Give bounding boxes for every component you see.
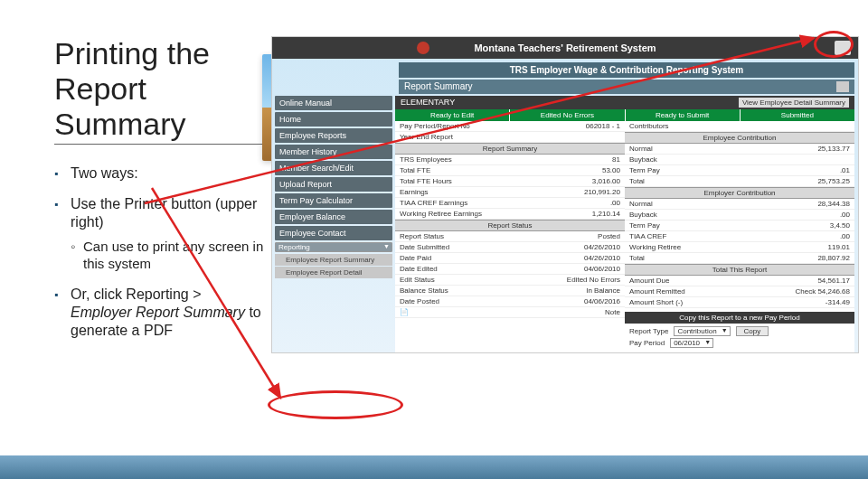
report-status-hdr: Report Status xyxy=(395,220,625,231)
nav-employee-contact[interactable]: Employee Contact xyxy=(275,226,392,240)
total-report-hdr: Total This Report xyxy=(625,264,854,276)
slide-footer-bar xyxy=(0,455,868,479)
nav-upload-report[interactable]: Upload Report xyxy=(275,177,392,192)
bullet-2: Use the Printer button (upper right) Can… xyxy=(54,195,264,273)
tab-ready-submit[interactable]: Ready to Submit xyxy=(626,109,741,121)
bullet-3: Or, click Reporting > Employer Report Su… xyxy=(54,286,264,340)
tab-ready-edit[interactable]: Ready to Edit xyxy=(395,109,510,121)
printer-icon[interactable] xyxy=(835,41,851,55)
nav-sub-report-summary[interactable]: Employee Report Summary xyxy=(275,254,392,266)
nav-home[interactable]: Home xyxy=(275,112,392,127)
copy-report-header: Copy this Report to a new Pay Period xyxy=(625,312,854,324)
page-heading-bar: Report Summary xyxy=(399,80,854,94)
note-icon[interactable]: 📄 xyxy=(400,308,409,316)
pay-period-select[interactable]: 06/2010 xyxy=(670,338,713,348)
app-subtitle: TRS Employer Wage & Contribution Reporti… xyxy=(399,62,854,78)
nav-employer-balance[interactable]: Employer Balance xyxy=(275,210,392,224)
status-tabs: Ready to Edit Edited No Errors Ready to … xyxy=(395,109,854,121)
school-header: ELEMENTARY View Employee Detail Summary xyxy=(395,96,854,109)
nav-employee-reports[interactable]: Employee Reports xyxy=(275,128,392,143)
report-type-label: Report Type xyxy=(629,327,668,335)
bullet-list: Two ways: Use the Printer button (upper … xyxy=(54,164,264,340)
app-topbar: Montana Teachers' Retirement System xyxy=(272,37,858,59)
nav-term-pay[interactable]: Term Pay Calculator xyxy=(275,193,392,208)
left-data-col: Pay Period/Report No062018 - 1 Year End … xyxy=(395,121,625,352)
sidebar: Online Manual Home Employee Reports Memb… xyxy=(272,96,395,352)
nav-member-history[interactable]: Member History xyxy=(275,145,392,159)
nav-reporting[interactable]: Reporting xyxy=(275,242,392,252)
bullet-2-sub: Can use to print any screen in this syst… xyxy=(71,239,264,273)
view-detail-button[interactable]: View Employee Detail Summary xyxy=(739,98,849,108)
tab-submitted[interactable]: Submitted xyxy=(741,109,854,121)
app-screenshot: Montana Teachers' Retirement System TRS … xyxy=(271,36,859,353)
right-data-col: Contributors Employee Contribution Norma… xyxy=(625,121,854,352)
copy-button[interactable]: Copy xyxy=(736,326,769,336)
nav-sub-report-detail[interactable]: Employee Report Detail xyxy=(275,267,392,278)
employee-contrib-hdr: Employee Contribution xyxy=(625,132,854,144)
slide-title: Printing the Report Summary xyxy=(54,36,264,145)
report-type-select[interactable]: Contribution xyxy=(674,326,730,336)
annotation-circle-reporting xyxy=(268,390,403,419)
app-title: Montana Teachers' Retirement System xyxy=(474,42,656,53)
bullet-1: Two ways: xyxy=(54,164,264,183)
employer-contrib-hdr: Employer Contribution xyxy=(625,187,854,199)
tab-edited-no-errors[interactable]: Edited No Errors xyxy=(510,109,625,121)
nav-online-manual[interactable]: Online Manual xyxy=(275,96,392,110)
back-icon[interactable] xyxy=(836,81,849,92)
copy-form: Report Type Contribution Copy Pay Period… xyxy=(625,324,854,352)
report-summary-hdr: Report Summary xyxy=(395,143,625,155)
nav-member-search[interactable]: Member Search/Edit xyxy=(275,161,392,175)
main-panel: ELEMENTARY View Employee Detail Summary … xyxy=(395,96,854,352)
apple-icon xyxy=(417,42,429,54)
pay-period-label: Pay Period xyxy=(629,339,665,347)
